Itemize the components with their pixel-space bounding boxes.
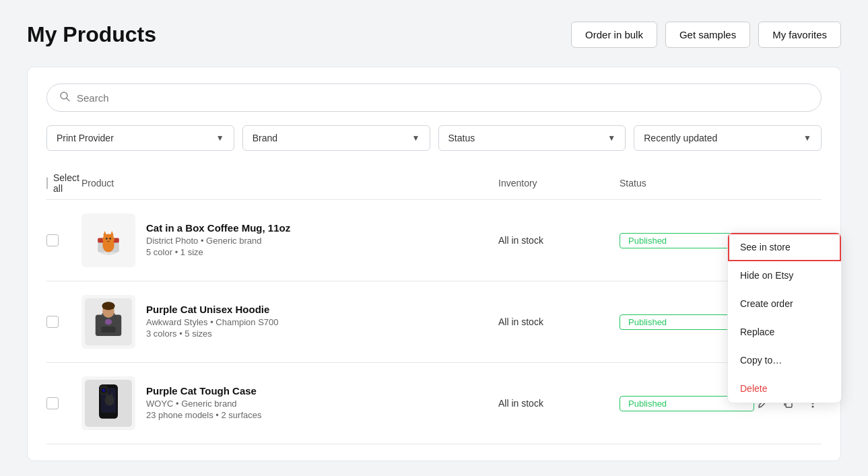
col-header-inventory: Inventory [498, 178, 620, 189]
product-name: Cat in a Box Coffee Mug, 11oz [146, 222, 498, 234]
inventory-status: All in stock [498, 235, 620, 246]
filter-print-provider[interactable]: Print Provider ▼ [46, 125, 234, 151]
context-menu-replace[interactable]: Replace [728, 318, 841, 346]
context-menu: See in store Hide on Etsy Create order R… [727, 232, 842, 403]
table-row: Purple Cat Unisex Hoodie Awkward Styles … [46, 281, 822, 363]
page-title: My Products [27, 22, 156, 47]
page-header: My Products Order in bulk Get samples My… [27, 22, 841, 48]
chevron-down-icon: ▼ [216, 133, 224, 143]
svg-point-22 [102, 302, 114, 310]
col-header-product: Product [76, 178, 498, 189]
row-1-check-cell [46, 234, 76, 246]
my-favorites-button[interactable]: My favorites [758, 22, 841, 48]
inventory-status: All in stock [498, 316, 620, 327]
context-menu-create-order[interactable]: Create order [728, 290, 841, 318]
product-info: Purple Cat Unisex Hoodie Awkward Styles … [146, 304, 498, 340]
table-header: Select all Product Inventory Status [46, 167, 822, 200]
svg-rect-20 [102, 327, 116, 333]
col-header-status: Status [620, 178, 754, 189]
select-all-checkbox[interactable] [46, 177, 48, 189]
product-meta1: District Photo • Generic brand [146, 236, 498, 246]
row-3-check-cell [46, 397, 76, 409]
row-2-checkbox[interactable] [46, 316, 59, 328]
filter-brand[interactable]: Brand ▼ [242, 125, 430, 151]
select-all-cell: Select all [46, 172, 76, 194]
product-name: Purple Cat Tough Case [146, 385, 498, 397]
filters-row: Print Provider ▼ Brand ▼ Status ▼ Recent… [46, 125, 822, 151]
filter-status[interactable]: Status ▼ [438, 125, 626, 151]
product-name: Purple Cat Unisex Hoodie [146, 304, 498, 315]
svg-rect-18 [96, 315, 122, 337]
table-row: Purple Cat Tough Case WOYC • Generic bra… [46, 363, 822, 444]
product-meta1: Awkward Styles • Champion S700 [146, 317, 498, 327]
search-icon [59, 91, 70, 104]
actions-cell: See in store Hide on Etsy Create order R… [754, 231, 822, 250]
row-1-checkbox[interactable] [46, 234, 59, 246]
row-3-checkbox[interactable] [46, 397, 59, 409]
svg-point-23 [105, 319, 112, 325]
main-card: Print Provider ▼ Brand ▼ Status ▼ Recent… [27, 67, 841, 461]
svg-point-10 [106, 238, 108, 240]
table-row: Cat in a Box Coffee Mug, 11oz District P… [46, 200, 822, 281]
product-image [81, 295, 135, 349]
context-menu-delete[interactable]: Delete [728, 374, 841, 403]
product-image [81, 213, 135, 267]
product-info: Purple Cat Tough Case WOYC • Generic bra… [146, 385, 498, 421]
chevron-down-icon: ▼ [607, 133, 615, 143]
svg-line-1 [67, 98, 69, 101]
search-input[interactable] [77, 92, 809, 104]
product-info: Cat in a Box Coffee Mug, 11oz District P… [146, 222, 498, 259]
filter-recently-updated[interactable]: Recently updated ▼ [634, 125, 822, 151]
product-image [81, 376, 135, 430]
chevron-down-icon: ▼ [412, 133, 420, 143]
get-samples-button[interactable]: Get samples [665, 22, 750, 48]
chevron-down-icon: ▼ [803, 133, 811, 143]
order-bulk-button[interactable]: Order in bulk [571, 22, 657, 48]
svg-point-42 [811, 406, 813, 408]
context-menu-see-in-store[interactable]: See in store [728, 233, 841, 261]
row-2-check-cell [46, 316, 76, 328]
svg-point-35 [105, 395, 114, 406]
product-meta2: 23 phone models • 2 surfaces [146, 410, 498, 420]
header-buttons: Order in bulk Get samples My favorites [571, 22, 841, 48]
product-meta2: 3 colors • 5 sizes [146, 329, 498, 339]
svg-point-11 [109, 238, 111, 240]
inventory-status: All in stock [498, 398, 620, 409]
product-meta2: 5 color • 1 size [146, 247, 498, 257]
context-menu-copy-to[interactable]: Copy to… [728, 346, 841, 374]
search-bar [46, 83, 822, 112]
context-menu-hide-on-etsy[interactable]: Hide on Etsy [728, 261, 841, 290]
svg-point-34 [102, 389, 105, 392]
product-meta1: WOYC • Generic brand [146, 399, 498, 409]
